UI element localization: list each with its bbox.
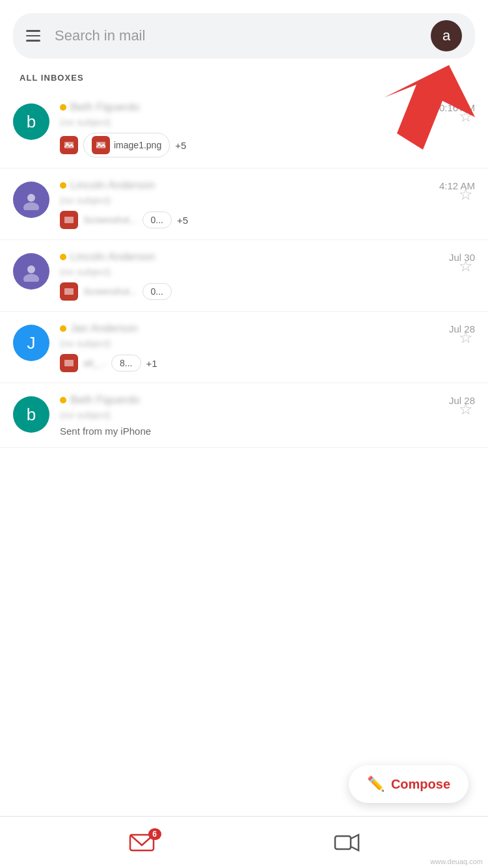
email-subject-1: (no subject) [60,116,475,128]
sender-name-4: Jan Anderson [70,322,138,335]
attachment-pill-4[interactable]: 8... [111,355,141,372]
email-sender-row-2: Lincoln Anderson [60,179,155,192]
section-label: ALL INBOXES [0,59,488,90]
email-content-1: Beth Figuerdo 10:16 AM (no subject) imag… [60,101,475,157]
email-header-row-5: Beth Figuerdo Jul 28 [60,394,475,407]
email-avatar-4: J [13,325,49,361]
email-content-5: Beth Figuerdo Jul 28 (no subject) Sent f… [60,394,475,437]
email-sender-row-5: Beth Figuerdo [60,394,140,407]
email-subject-3: (no subject) [60,266,475,277]
email-item-1[interactable]: b Beth Figuerdo 10:16 AM (no subject) [0,90,488,169]
attachment-pill-label-4: 8... [120,358,132,368]
star-button-1[interactable]: ☆ [455,106,476,127]
attachment-label-3: Screenshot... [83,286,137,297]
search-bar[interactable]: Search in mail a [13,13,475,59]
unread-dot-3 [60,254,66,260]
email-attachments-2: Screenshot... 0... +5 [60,211,475,229]
sender-name-5: Beth Figuerdo [70,394,140,407]
attachment-pill-2[interactable]: 0... [142,211,172,228]
email-list: b Beth Figuerdo 10:16 AM (no subject) [0,90,488,448]
attachment-pill-label-2: 0... [151,215,163,225]
attachment-label-4: att_... [83,358,106,368]
email-avatar-2 [13,182,49,218]
svg-point-9 [23,274,39,282]
email-item-3[interactable]: Lincoln Anderson Jul 30 (no subject) Scr… [0,240,488,312]
email-item-2[interactable]: Lincoln Anderson 4:12 AM (no subject) Sc… [0,169,488,240]
bottom-nav-bar: 6 [0,816,488,868]
email-subject-4: (no subject) [60,338,475,349]
hamburger-menu-icon[interactable] [26,30,40,42]
attachment-count-1: +5 [175,140,186,151]
svg-point-5 [27,194,35,202]
attachment-thumb-4 [60,354,78,372]
email-sender-row-3: Lincoln Anderson [60,251,155,264]
email-header-row-4: Jan Anderson Jul 28 [60,322,475,335]
attachment-pill-3[interactable]: 0... [142,283,172,300]
attachment-label-2: Screenshot... [83,215,137,225]
sender-name-2: Lincoln Anderson [70,179,155,192]
email-header-row-1: Beth Figuerdo 10:16 AM [60,101,475,114]
attachment-thumb-1 [60,136,78,154]
attachment-thumb-3 [60,282,78,301]
star-button-3[interactable]: ☆ [455,256,476,277]
email-content-4: Jan Anderson Jul 28 (no subject) att_...… [60,322,475,372]
unread-dot-2 [60,182,66,189]
email-avatar-1: b [13,103,49,140]
search-input[interactable]: Search in mail [55,27,431,44]
email-attachments-3: Screenshot... 0... [60,282,475,301]
svg-point-8 [27,265,35,273]
star-button-4[interactable]: ☆ [455,327,476,348]
email-avatar-3 [13,253,49,290]
star-button-5[interactable]: ☆ [455,399,476,420]
svg-point-6 [23,202,39,210]
email-subject-5: (no subject) [60,409,475,420]
mail-tab[interactable]: 6 [129,832,155,853]
watermark: www.deuaq.com [430,858,483,865]
attachment-count-2: +5 [177,215,188,226]
email-item-4[interactable]: J Jan Anderson Jul 28 (no subject) att_.… [0,312,488,383]
email-attachments-4: att_... 8... +1 [60,354,475,372]
email-attachments-1: image1.png +5 [60,133,475,157]
email-sender-row-1: Beth Figuerdo [60,101,140,114]
email-header-row-2: Lincoln Anderson 4:12 AM [60,179,475,192]
unread-dot-4 [60,325,66,332]
mail-badge: 6 [148,828,161,840]
svg-rect-10 [64,288,74,295]
email-header-row-3: Lincoln Anderson Jul 30 [60,251,475,264]
compose-pencil-icon: ✏️ [367,776,385,793]
email-subject-2: (no subject) [60,195,475,206]
video-icon [334,832,360,853]
user-avatar[interactable]: a [431,20,462,51]
email-sender-row-4: Jan Anderson [60,322,138,335]
svg-rect-13 [335,836,351,849]
svg-rect-11 [64,360,74,366]
attachment-thumb-2 [60,211,78,229]
attachment-count-4: +1 [146,358,157,369]
email-content-2: Lincoln Anderson 4:12 AM (no subject) Sc… [60,179,475,229]
sender-name-1: Beth Figuerdo [70,101,140,114]
email-avatar-5: b [13,396,49,433]
attachment-pill-1[interactable]: image1.png [83,133,170,157]
compose-button[interactable]: ✏️ Compose [349,765,468,803]
attachment-pill-icon-1 [92,136,110,154]
email-content-3: Lincoln Anderson Jul 30 (no subject) Scr… [60,251,475,301]
unread-dot-1 [60,104,66,111]
unread-dot-5 [60,397,66,403]
email-item-5[interactable]: b Beth Figuerdo Jul 28 (no subject) Sent… [0,383,488,448]
sender-name-3: Lincoln Anderson [70,251,155,264]
attachment-filename-1: image1.png [114,140,161,150]
video-tab[interactable] [334,832,360,853]
attachment-pill-label-3: 0... [151,286,163,297]
svg-rect-7 [64,217,74,223]
star-button-2[interactable]: ☆ [455,184,476,205]
compose-label: Compose [391,777,450,792]
email-preview-5: Sent from my iPhone [60,426,475,437]
